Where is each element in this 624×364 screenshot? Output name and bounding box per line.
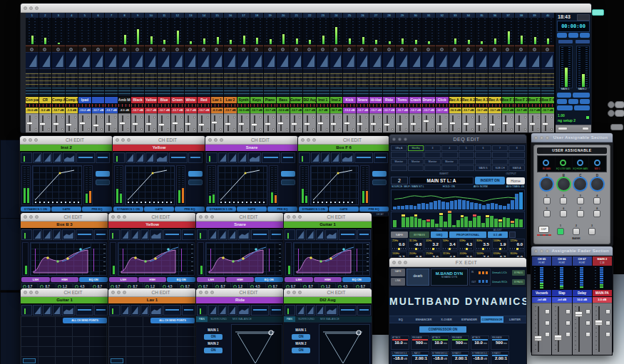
bus-levels[interactable] [489, 88, 501, 97]
ua-titlebar[interactable]: User Assignable Section [531, 133, 613, 142]
fader-track[interactable] [369, 113, 382, 132]
dyn-header-pill[interactable]: PRE EQ [267, 207, 297, 212]
geq-band-bar[interactable] [422, 220, 426, 227]
bus-levels[interactable] [26, 88, 39, 97]
strip-button[interactable] [299, 128, 301, 130]
send-levels[interactable] [237, 73, 250, 88]
channel-name-label[interactable]: Lav 2 [224, 97, 237, 103]
strip-button[interactable] [312, 128, 314, 130]
eq-curve-thumbnail[interactable] [150, 305, 162, 316]
fader-cap[interactable] [26, 122, 33, 125]
display-thumbnail[interactable] [76, 152, 95, 163]
fx-param-cell[interactable]: M RATIO2.00:1 [451, 351, 469, 364]
strip-button[interactable] [484, 116, 486, 118]
gain-knob[interactable] [105, 46, 118, 52]
geq-band-bar[interactable] [464, 217, 468, 227]
bus-levels[interactable] [528, 88, 541, 97]
geq-band-cell[interactable]: 40Hz3.2 [424, 239, 441, 251]
channel-name-label[interactable]: Rec A 2 [462, 97, 475, 103]
dyn-header-pill[interactable]: GATE [237, 207, 267, 212]
fader-cap[interactable] [410, 123, 416, 125]
assign-button[interactable] [560, 210, 567, 217]
fx-tab-expander[interactable]: EXPANDER [458, 316, 481, 323]
strip-button[interactable] [551, 116, 553, 118]
eq-thumbnail[interactable] [158, 52, 170, 70]
strip-button[interactable] [180, 116, 183, 118]
display-thumbnail[interactable] [262, 152, 280, 163]
geq-band-bar[interactable] [486, 218, 489, 227]
safe-button[interactable]: SAFE [391, 232, 408, 238]
channel-name-label[interactable]: Ipad [78, 97, 91, 103]
bus-levels[interactable] [515, 88, 528, 97]
eq-band-pill[interactable]: LSH [21, 277, 50, 282]
scroll-minus-button[interactable] [608, 101, 615, 108]
bus-levels[interactable] [131, 88, 144, 97]
fader-cap[interactable] [251, 123, 257, 126]
dyn-header-pill[interactable]: DYNAMICS 1 ON [113, 207, 143, 212]
meter-thumbnail[interactable] [21, 229, 32, 240]
minimize-icon[interactable] [214, 138, 218, 142]
strip-button[interactable] [74, 116, 76, 118]
strip-button[interactable] [585, 309, 590, 314]
display-thumbnail[interactable] [163, 229, 181, 240]
send-levels[interactable] [105, 73, 118, 88]
bus-levels[interactable] [290, 88, 303, 97]
gain-knob[interactable] [264, 46, 277, 52]
strip-button[interactable] [88, 116, 90, 118]
fader-track[interactable] [39, 113, 52, 132]
eq-band-pill[interactable]: HSH [138, 277, 167, 282]
fx-bypass-button[interactable]: BYPASS [512, 270, 525, 276]
zoom-icon[interactable] [35, 291, 39, 294]
quick-access-button[interactable] [592, 9, 604, 16]
channel-name-label[interactable]: Crash [409, 97, 422, 103]
fader-track[interactable] [131, 113, 144, 132]
fader-cap[interactable] [502, 122, 508, 125]
rack-slot[interactable] [508, 159, 525, 165]
fader-cap[interactable] [225, 123, 231, 125]
send-levels[interactable] [343, 73, 356, 88]
eq-band-pill[interactable]: LSH [197, 277, 225, 282]
minimize-icon[interactable] [117, 291, 121, 294]
strip-button[interactable] [585, 332, 590, 337]
comp-curve-thumbnail[interactable] [228, 229, 237, 240]
rack-slot[interactable] [475, 159, 491, 165]
display-thumbnail[interactable] [182, 229, 195, 240]
zoom-icon[interactable] [312, 138, 316, 142]
channel-name-label[interactable]: DI2 Aug [303, 97, 316, 103]
eq-curve-thumbnail[interactable] [325, 305, 337, 316]
display-thumbnail[interactable] [96, 152, 110, 163]
fader-track[interactable] [317, 113, 329, 132]
channel-name-label[interactable]: Hi-Hat [369, 97, 382, 103]
meter-thumbnail[interactable] [299, 152, 310, 163]
strip-button[interactable] [127, 116, 129, 118]
eq-thumbnail[interactable] [476, 52, 489, 70]
strip-button[interactable] [537, 128, 539, 130]
fader-cap[interactable] [384, 123, 390, 126]
send-levels[interactable] [250, 73, 263, 88]
band-fader-marker[interactable] [449, 248, 451, 250]
bus-levels[interactable] [158, 88, 170, 97]
eq-thumbnail[interactable] [131, 52, 144, 70]
strip-button[interactable] [498, 116, 500, 118]
strip-button[interactable] [339, 128, 341, 130]
eq-curve-thumbnail[interactable] [237, 229, 250, 240]
strip-button[interactable] [326, 116, 328, 118]
eq-thumbnail[interactable] [449, 52, 462, 70]
fx-param-cell[interactable]: ATTACK10.0 ms [471, 336, 489, 350]
fader-track[interactable] [145, 113, 158, 132]
channel-name-label[interactable]: Comp A [52, 97, 65, 103]
close-icon[interactable] [24, 215, 27, 219]
fader-cap[interactable] [53, 123, 59, 125]
dyn-button[interactable] [281, 171, 295, 177]
comp-curve-thumbnail[interactable] [218, 229, 227, 240]
strip-button[interactable] [524, 128, 526, 130]
meter-thumbnail[interactable] [197, 305, 208, 316]
compressor-on-button[interactable]: COMPRESSOR ON [419, 326, 466, 333]
geq-band-bar[interactable] [490, 216, 493, 227]
dsp-button[interactable]: DSP [538, 226, 549, 233]
comp-curve-thumbnail[interactable] [43, 305, 52, 316]
gain-knob[interactable] [237, 46, 250, 52]
minimize-icon[interactable] [29, 291, 33, 294]
fader-track[interactable] [52, 113, 65, 132]
strip-button[interactable] [379, 128, 381, 130]
